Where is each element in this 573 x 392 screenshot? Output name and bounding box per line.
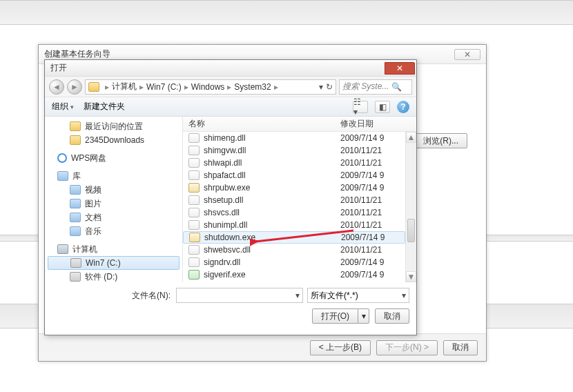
crumb-2[interactable]: Windows xyxy=(191,82,225,92)
file-date: 2009/7/14 9 xyxy=(341,233,385,242)
open-dialog-bottom: 文件名(N): ▾ 所有文件(*.*)▾ 打开(O) ▾ 取消 xyxy=(45,282,416,326)
file-icon xyxy=(188,183,200,193)
file-date: 2009/7/14 9 xyxy=(340,133,384,143)
sidebar-item-pictures[interactable]: 图片 xyxy=(45,197,182,210)
open-dialog-title: 打开 xyxy=(50,62,67,74)
open-button[interactable]: 打开(O) ▾ xyxy=(312,308,369,324)
next-button: 下一步(N) > xyxy=(376,340,438,355)
file-date: 2010/11/21 xyxy=(340,220,382,230)
organize-menu[interactable]: 组织 xyxy=(52,101,74,112)
file-name: shimgvw.dll xyxy=(204,146,246,155)
file-icon xyxy=(189,233,200,242)
folder-icon xyxy=(88,82,99,92)
sidebar: 最近访问的位置 2345Downloads WPS网盘 库 视频 图片 文档 音… xyxy=(45,117,183,282)
col-date[interactable]: 修改日期 xyxy=(340,118,373,130)
sidebar-item-music[interactable]: 音乐 xyxy=(45,224,182,238)
file-name: shpafact.dll xyxy=(204,170,246,180)
scroll-track[interactable] xyxy=(406,143,416,271)
file-row[interactable]: sigverif.exe2009/7/14 9 xyxy=(183,268,405,281)
file-date: 2010/11/21 xyxy=(340,158,382,168)
open-cancel-button[interactable]: 取消 xyxy=(375,308,409,324)
sidebar-item-videos[interactable]: 视频 xyxy=(45,183,182,197)
file-date: 2010/11/21 xyxy=(340,245,382,255)
file-name: shsvcs.dll xyxy=(204,208,240,217)
search-icon: 🔍 xyxy=(391,82,402,92)
file-row[interactable]: signdrv.dll2009/7/14 9 xyxy=(183,256,405,268)
wizard-title-text: 创建基本任务向导 xyxy=(44,48,110,60)
file-date: 2009/7/14 9 xyxy=(340,183,384,193)
file-icon xyxy=(188,170,200,180)
scroll-up-icon[interactable]: ▲ xyxy=(406,132,416,143)
view-mode-icon[interactable]: ☷ ▾ xyxy=(353,101,368,113)
crumb-1[interactable]: Win7 (C:) xyxy=(146,82,182,92)
file-icon xyxy=(188,257,200,267)
sidebar-item-recent[interactable]: 最近访问的位置 xyxy=(45,119,182,133)
filename-label: 文件名(N): xyxy=(132,290,171,302)
wizard-footer: < 上一步(B) 下一步(N) > 取消 xyxy=(39,333,486,361)
col-name[interactable]: 名称 xyxy=(188,118,340,130)
filename-input[interactable]: ▾ xyxy=(176,288,303,303)
back-button[interactable]: < 上一步(B) xyxy=(310,340,371,355)
crumb-0[interactable]: 计算机 xyxy=(112,81,137,92)
open-dialog-titlebar[interactable]: 打开 ✕ xyxy=(45,60,416,77)
file-date: 2010/11/21 xyxy=(340,195,382,205)
scroll-thumb[interactable] xyxy=(407,219,415,242)
file-name: shlwapi.dll xyxy=(204,158,242,168)
file-row[interactable]: shimgvw.dll2010/11/21 xyxy=(183,144,405,157)
file-icon xyxy=(188,208,200,217)
scrollbar[interactable]: ▲ ▼ xyxy=(405,132,416,282)
file-icon xyxy=(188,146,200,155)
toolbar: 组织 新建文件夹 ☷ ▾ ◧ ? xyxy=(45,97,416,117)
sidebar-item-wps[interactable]: WPS网盘 xyxy=(45,151,182,165)
sidebar-item-libraries[interactable]: 库 xyxy=(45,169,182,183)
file-row[interactable]: shrpubw.exe2009/7/14 9 xyxy=(183,182,405,194)
file-date: 2010/11/21 xyxy=(340,146,382,155)
file-list: 名称 修改日期 shimeng.dll2009/7/14 9shimgvw.dl… xyxy=(183,117,416,282)
search-input[interactable]: 搜索 Syste... 🔍 xyxy=(339,79,412,95)
wizard-cancel-button[interactable]: 取消 xyxy=(443,340,478,355)
crumb-3[interactable]: System32 xyxy=(234,82,271,92)
file-rows: shimeng.dll2009/7/14 9shimgvw.dll2010/11… xyxy=(183,132,405,282)
preview-pane-icon[interactable]: ◧ xyxy=(375,101,390,113)
sidebar-item-documents[interactable]: 文档 xyxy=(45,210,182,224)
file-icon xyxy=(188,220,200,230)
sidebar-item-drive-c[interactable]: Win7 (C:) xyxy=(48,256,179,270)
file-name: shutdown.exe xyxy=(204,233,255,242)
breadcrumb[interactable]: ▸ 计算机▸ Win7 (C:)▸ Windows▸ System32▸ ▾↻ xyxy=(85,79,336,95)
file-icon xyxy=(188,270,200,280)
wizard-close-icon[interactable]: ✕ xyxy=(454,49,480,60)
file-row[interactable]: shpafact.dll2009/7/14 9 xyxy=(183,169,405,182)
sidebar-item-drive-d[interactable]: 软件 (D:) xyxy=(45,270,182,282)
search-placeholder: 搜索 Syste... xyxy=(342,81,389,92)
file-date: 2009/7/14 9 xyxy=(340,270,384,280)
refresh-icon[interactable]: ↻ xyxy=(326,82,333,92)
file-row[interactable]: shsvcs.dll2010/11/21 xyxy=(183,206,405,219)
file-date: 2009/7/14 9 xyxy=(340,170,384,180)
file-row[interactable]: shimeng.dll2009/7/14 9 xyxy=(183,132,405,144)
file-row[interactable]: shsetup.dll2010/11/21 xyxy=(183,194,405,206)
file-name: shsetup.dll xyxy=(204,195,243,205)
file-list-header[interactable]: 名称 修改日期 xyxy=(183,117,416,132)
new-folder-button[interactable]: 新建文件夹 xyxy=(84,101,125,112)
file-row[interactable]: shutdown.exe2009/7/14 9 xyxy=(183,231,405,244)
nav-back-icon[interactable]: ◄ xyxy=(49,79,64,95)
file-row[interactable]: shwebsvc.dll2010/11/21 xyxy=(183,244,405,256)
sidebar-item-downloads[interactable]: 2345Downloads xyxy=(45,133,182,147)
nav-forward-icon[interactable]: ► xyxy=(67,79,82,95)
open-button-dropdown-icon[interactable]: ▾ xyxy=(358,308,369,324)
close-icon[interactable]: ✕ xyxy=(385,62,415,75)
file-row[interactable]: shunimpl.dll2010/11/21 xyxy=(183,219,405,231)
file-name: shimeng.dll xyxy=(204,133,246,143)
file-icon xyxy=(188,158,200,168)
file-filter-select[interactable]: 所有文件(*.*)▾ xyxy=(307,288,409,303)
file-row[interactable]: shlwapi.dll2010/11/21 xyxy=(183,157,405,169)
browse-button[interactable]: 浏览(R)... xyxy=(414,133,467,148)
scroll-down-icon[interactable]: ▼ xyxy=(406,271,416,282)
panes: 最近访问的位置 2345Downloads WPS网盘 库 视频 图片 文档 音… xyxy=(45,117,416,282)
open-file-dialog: 打开 ✕ ◄ ► ▸ 计算机▸ Win7 (C:)▸ Windows▸ Syst… xyxy=(44,59,417,335)
file-name: shwebsvc.dll xyxy=(204,245,251,255)
file-name: shunimpl.dll xyxy=(204,220,247,230)
sidebar-item-computer[interactable]: 计算机 xyxy=(45,242,182,256)
help-icon[interactable]: ? xyxy=(397,101,409,113)
file-date: 2009/7/14 9 xyxy=(340,257,384,267)
